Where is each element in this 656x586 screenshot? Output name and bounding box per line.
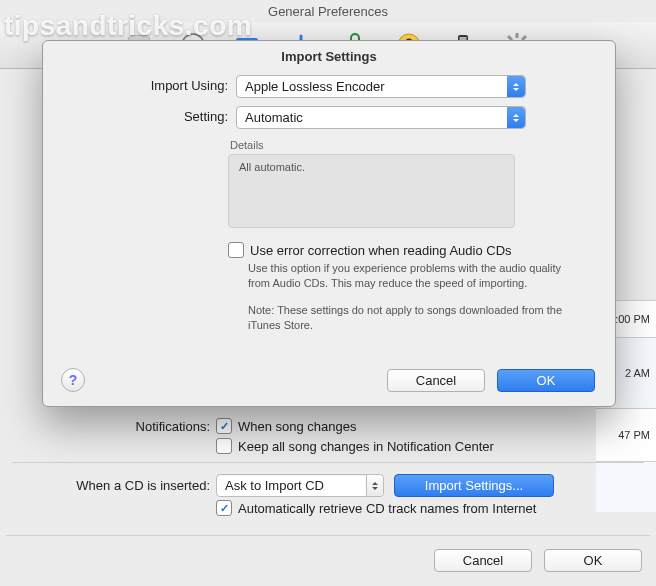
preferences-title: General Preferences [0, 4, 656, 19]
setting-select[interactable]: Automatic [236, 106, 526, 129]
import-using-value: Apple Lossless Encoder [245, 79, 384, 94]
notif-song-changes-checkbox[interactable] [216, 418, 232, 434]
notifications-row-2: Keep all song changes in Notification Ce… [0, 438, 656, 454]
import-using-select[interactable]: Apple Lossless Encoder [236, 75, 526, 98]
cd-action-select[interactable]: Ask to Import CD [216, 474, 384, 497]
auto-retrieve-row: Automatically retrieve CD track names fr… [0, 500, 656, 516]
import-using-label: Import Using: [43, 75, 236, 93]
updown-icon [366, 475, 383, 496]
updown-icon [507, 107, 525, 128]
dialog-cancel-button[interactable]: Cancel [387, 369, 485, 392]
details-body: All automatic. [239, 161, 305, 173]
help-button[interactable]: ? [61, 368, 85, 392]
itunes-store-note: Note: These settings do not apply to son… [248, 303, 575, 333]
notif-keep-all-label: Keep all song changes in Notification Ce… [238, 439, 494, 454]
cd-inserted-label: When a CD is inserted: [0, 478, 216, 493]
dialog-title: Import Settings [43, 49, 615, 64]
details-box: All automatic. [228, 154, 515, 228]
setting-value: Automatic [245, 110, 303, 125]
notifications-label: Notifications: [0, 419, 216, 434]
auto-retrieve-label: Automatically retrieve CD track names fr… [238, 501, 536, 516]
error-correction-checkbox[interactable] [228, 242, 244, 258]
notifications-row: Notifications: When song changes [0, 418, 656, 434]
import-settings-button[interactable]: Import Settings... [394, 474, 554, 497]
divider [12, 462, 644, 463]
import-settings-dialog: Import Settings Import Using: Apple Loss… [42, 40, 616, 407]
notif-keep-all-checkbox[interactable] [216, 438, 232, 454]
divider [6, 535, 650, 536]
pref-ok-button[interactable]: OK [544, 549, 642, 572]
cd-inserted-row: When a CD is inserted: Ask to Import CD … [0, 474, 656, 497]
details-header: Details [230, 139, 615, 151]
error-correction-label: Use error correction when reading Audio … [250, 243, 512, 258]
cd-action-value: Ask to Import CD [225, 478, 324, 493]
preferences-footer: Cancel OK [434, 549, 642, 572]
error-correction-help: Use this option if you experience proble… [248, 261, 575, 291]
updown-icon [507, 76, 525, 97]
dialog-ok-button[interactable]: OK [497, 369, 595, 392]
pref-cancel-button[interactable]: Cancel [434, 549, 532, 572]
notif-song-changes-label: When song changes [238, 419, 357, 434]
setting-label: Setting: [43, 106, 236, 124]
auto-retrieve-checkbox[interactable] [216, 500, 232, 516]
